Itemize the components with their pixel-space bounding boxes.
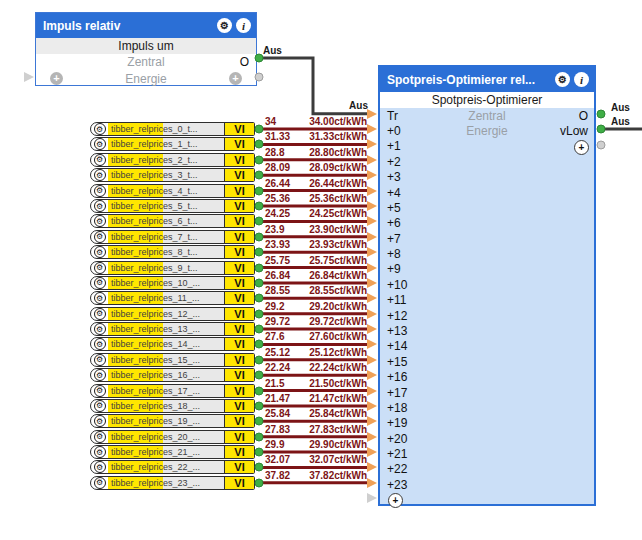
vi-output-connector[interactable] <box>255 263 264 272</box>
vi-block[interactable]: ⚙tibber_relprices_23_...VI <box>90 476 255 490</box>
vi-output-connector[interactable] <box>255 355 264 364</box>
vi-block[interactable]: ⚙tibber_relprices_17_...VI <box>90 384 255 398</box>
gear-icon[interactable]: ⚙ <box>94 138 106 150</box>
gear-icon[interactable]: ⚙ <box>94 477 106 489</box>
gear-icon[interactable]: ⚙ <box>217 18 232 33</box>
input-label-plus17[interactable]: +17 <box>387 385 407 400</box>
vi-output-connector[interactable] <box>255 478 264 487</box>
input-connector-arrow[interactable] <box>367 324 377 334</box>
vi-block[interactable]: ⚙tibber_relprices_20_...VI <box>90 430 255 444</box>
input-label-plus11[interactable]: +11 <box>387 293 406 308</box>
gear-icon[interactable]: ⚙ <box>94 200 106 212</box>
input-label-plus2[interactable]: +2 <box>387 154 401 169</box>
vi-block[interactable]: ⚙tibber_relprices_13_...VI <box>90 322 255 336</box>
gear-icon[interactable]: ⚙ <box>94 431 106 443</box>
input-connector-arrow[interactable] <box>367 263 377 273</box>
gear-icon[interactable]: ⚙ <box>94 154 106 166</box>
gear-icon[interactable]: ⚙ <box>94 385 106 397</box>
vi-block[interactable]: ⚙tibber_relprices_9_t...VI <box>90 261 255 275</box>
vi-output-connector[interactable] <box>255 278 264 287</box>
input-label-plus6[interactable]: +6 <box>387 216 401 231</box>
impuls-energie-input-arrow[interactable] <box>24 72 34 82</box>
vi-output-connector[interactable] <box>255 232 264 241</box>
input-label-plus7[interactable]: +7 <box>387 231 401 246</box>
vi-block[interactable]: ⚙tibber_relprices_18_...VI <box>90 399 255 413</box>
add-input-button[interactable]: + <box>388 493 403 508</box>
input-connector-arrow[interactable] <box>367 216 377 226</box>
vi-output-connector[interactable] <box>255 340 264 349</box>
vi-block[interactable]: ⚙tibber_relprices_4_t...VI <box>90 184 255 198</box>
expand-output-icon[interactable]: + <box>229 72 242 85</box>
input-connector-arrow[interactable] <box>367 401 377 411</box>
vi-output-connector[interactable] <box>255 448 264 457</box>
input-connector-arrow[interactable] <box>367 278 377 288</box>
vi-output-connector[interactable] <box>255 463 264 472</box>
gear-icon[interactable]: ⚙ <box>94 185 106 197</box>
gear-icon[interactable]: ⚙ <box>94 354 106 366</box>
input-label-plus16[interactable]: +16 <box>387 369 407 384</box>
vi-block[interactable]: ⚙tibber_relprices_7_t...VI <box>90 230 255 244</box>
input-label-plus22[interactable]: +22 <box>387 462 407 477</box>
input-label-plus18[interactable]: +18 <box>387 400 407 415</box>
vi-block[interactable]: ⚙tibber_relprices_19_...VI <box>90 414 255 428</box>
spotpreis-optimierer-block[interactable]: Spotpreis-Optimierer rel... ⚙ i Spotprei… <box>378 65 596 506</box>
input-label-plus13[interactable]: +13 <box>387 323 407 338</box>
wiring-canvas[interactable]: Impuls relativ ⚙ i Impuls um Zentral O +… <box>0 0 642 540</box>
input-label-Tr[interactable]: Tr <box>387 108 398 123</box>
vi-block[interactable]: ⚙tibber_relprices_15_...VI <box>90 353 255 367</box>
input-connector-arrow[interactable] <box>367 232 377 242</box>
gear-icon[interactable]: ⚙ <box>94 415 106 427</box>
vi-output-connector[interactable] <box>255 309 264 318</box>
input-label-plus3[interactable]: +3 <box>387 170 401 185</box>
gear-icon[interactable]: ⚙ <box>94 400 106 412</box>
input-label-plus5[interactable]: +5 <box>387 200 401 215</box>
input-connector-arrow[interactable] <box>367 124 377 134</box>
gear-icon[interactable]: ⚙ <box>94 369 106 381</box>
input-label-plus20[interactable]: +20 <box>387 431 407 446</box>
vi-output-connector[interactable] <box>255 371 264 380</box>
input-label-plus12[interactable]: +12 <box>387 308 407 323</box>
input-connector-arrow[interactable] <box>367 447 377 457</box>
vi-block[interactable]: ⚙tibber_relprices_0_t...VI <box>90 122 255 136</box>
gear-icon[interactable]: ⚙ <box>94 231 106 243</box>
impuls-relativ-block[interactable]: Impuls relativ ⚙ i Impuls um Zentral O +… <box>35 12 257 86</box>
input-connector-arrow[interactable] <box>367 186 377 196</box>
vi-block[interactable]: ⚙tibber_relprices_10_...VI <box>90 276 255 290</box>
vi-output-connector[interactable] <box>255 325 264 334</box>
vi-block[interactable]: ⚙tibber_relprices_16_...VI <box>90 368 255 382</box>
gear-icon[interactable]: ⚙ <box>94 446 106 458</box>
vi-output-connector[interactable] <box>255 294 264 303</box>
gear-icon[interactable]: ⚙ <box>94 169 106 181</box>
input-connector-arrow[interactable] <box>367 355 377 365</box>
input-connector-arrow[interactable] <box>367 247 377 257</box>
vi-output-connector[interactable] <box>255 386 264 395</box>
vi-block[interactable]: ⚙tibber_relprices_14_...VI <box>90 337 255 351</box>
spot-block-body[interactable]: Zentral Energie O vLow + + Tr+0+1+2+3+4+… <box>380 108 594 508</box>
vi-block[interactable]: ⚙tibber_relprices_6_t...VI <box>90 214 255 228</box>
input-label-plus4[interactable]: +4 <box>387 185 401 200</box>
impuls-block-header[interactable]: Impuls relativ ⚙ i <box>36 13 256 38</box>
input-connector-arrow[interactable] <box>367 386 377 396</box>
vi-output-connector[interactable] <box>255 248 264 257</box>
gear-icon[interactable]: ⚙ <box>94 292 106 304</box>
vi-block[interactable]: ⚙tibber_relprices_8_t...VI <box>90 245 255 259</box>
input-connector-arrow[interactable] <box>367 478 377 488</box>
input-label-plus23[interactable]: +23 <box>387 477 407 492</box>
vi-output-connector[interactable] <box>255 155 264 164</box>
input-connector-arrow[interactable] <box>367 170 377 180</box>
input-label-plus15[interactable]: +15 <box>387 354 407 369</box>
input-connector-arrow[interactable] <box>367 155 377 165</box>
vi-block[interactable]: ⚙tibber_relprices_3_t...VI <box>90 168 255 182</box>
input-connector-arrow[interactable] <box>367 432 377 442</box>
vi-output-connector[interactable] <box>255 140 264 149</box>
gear-icon[interactable]: ⚙ <box>94 323 106 335</box>
vi-output-connector[interactable] <box>255 401 264 410</box>
input-connector-arrow[interactable] <box>367 462 377 472</box>
vi-output-connector[interactable] <box>255 186 264 195</box>
vi-block[interactable]: ⚙tibber_relprices_2_t...VI <box>90 153 255 167</box>
input-connector-arrow[interactable] <box>367 309 377 319</box>
add-output-button[interactable]: + <box>574 140 589 155</box>
input-label-plus21[interactable]: +21 <box>387 446 407 461</box>
input-label-plus19[interactable]: +19 <box>387 416 407 431</box>
input-label-plus0[interactable]: +0 <box>387 123 401 138</box>
